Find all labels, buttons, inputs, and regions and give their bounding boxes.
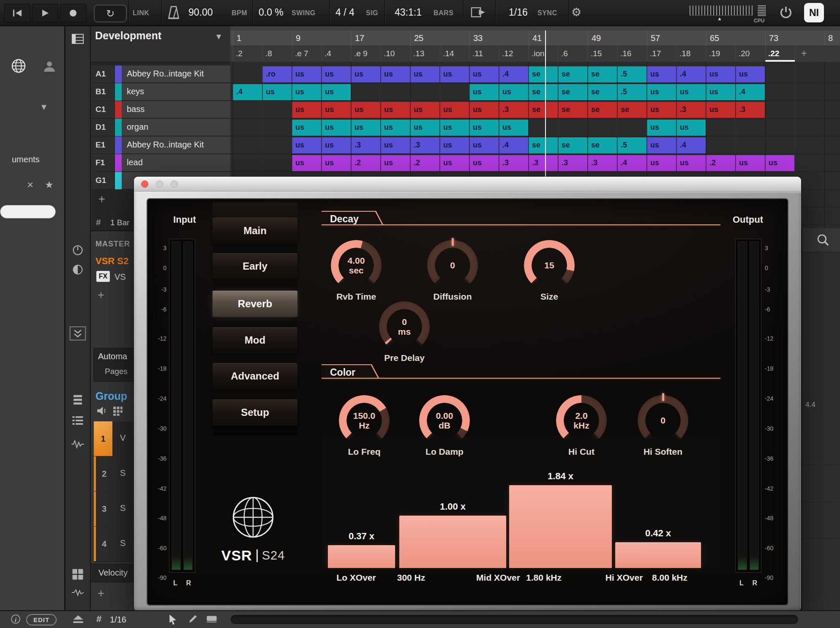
pattern-clip[interactable]: .3	[736, 102, 765, 118]
pattern-clip[interactable]: .3	[529, 155, 558, 171]
list-view-icon[interactable]	[71, 415, 84, 426]
close-window-icon[interactable]	[141, 180, 148, 188]
ruler-bar-number[interactable]: 33	[469, 30, 528, 46]
ruler-bar-number[interactable]: 41	[529, 30, 587, 46]
pattern-clip[interactable]: .3	[410, 137, 439, 153]
pattern-clip[interactable]: .4	[736, 84, 765, 100]
sound-slot-name[interactable]: S	[120, 468, 125, 478]
horizontal-scrollbar[interactable]	[230, 614, 799, 625]
pattern-clip[interactable]: us	[440, 66, 469, 82]
pattern-clip[interactable]: us	[647, 66, 676, 82]
pattern-clip[interactable]: us	[647, 84, 676, 100]
pan-half-icon[interactable]	[72, 264, 84, 276]
settings-gear-icon[interactable]: ⚙	[571, 5, 581, 19]
arranger-view-icon[interactable]	[71, 34, 84, 44]
ruler-bar-number[interactable]: 49	[588, 30, 646, 46]
pattern-clip[interactable]: us	[292, 102, 321, 118]
pattern-clip[interactable]: us	[292, 66, 321, 82]
pattern-clip[interactable]: us	[322, 120, 351, 136]
sync-value[interactable]: 1/16	[509, 7, 528, 18]
pattern-clip[interactable]: us	[469, 137, 499, 153]
pattern-clip[interactable]: us	[469, 102, 499, 118]
sound-slot-name[interactable]: S	[120, 503, 125, 513]
pattern-clip[interactable]: .2	[410, 155, 439, 171]
browser-dropdown-icon[interactable]: ▼	[40, 102, 48, 112]
pattern-clip[interactable]: se	[558, 102, 587, 118]
swing-value[interactable]: 0.0 %	[259, 7, 284, 18]
hi-mid-band-bar[interactable]: 1.84 x	[509, 485, 612, 568]
ruler-pattern-cell[interactable]: .8	[262, 46, 292, 62]
add-sound-button[interactable]: +	[98, 587, 104, 600]
pattern-clip[interactable]: .3	[499, 155, 528, 171]
pattern-clip[interactable]: .2	[351, 155, 380, 171]
plugin-tab-setup[interactable]: Setup	[213, 399, 297, 426]
pattern-clip[interactable]: us	[381, 120, 410, 136]
pattern-clip[interactable]: us	[292, 137, 321, 153]
rewind-button[interactable]	[4, 4, 30, 22]
ruler-pattern-cell[interactable]: .19	[706, 46, 736, 62]
rvb-time-knob[interactable]: 4.00 sec	[331, 240, 382, 291]
pattern-clip[interactable]: us	[322, 102, 351, 118]
master-label[interactable]: MASTER	[95, 240, 130, 248]
add-plugin-button[interactable]: +	[98, 289, 104, 302]
pattern-clip[interactable]: se	[529, 102, 558, 118]
ruler-pattern-cell[interactable]: .4	[322, 46, 351, 62]
minimize-window-icon[interactable]	[156, 180, 163, 188]
pattern-clip[interactable]: us	[410, 102, 439, 118]
bpm-value[interactable]: 90.00	[188, 7, 213, 18]
master-volume-slider[interactable]	[690, 5, 753, 16]
zoom-tool-box[interactable]	[802, 228, 840, 252]
track-id-badge[interactable]: E1	[90, 137, 115, 154]
track-name[interactable]: lead	[122, 154, 230, 172]
add-scene-button[interactable]: +	[98, 193, 105, 205]
pattern-clip[interactable]: us	[736, 66, 765, 82]
pattern-clip[interactable]: se	[617, 102, 646, 118]
audio-icon[interactable]	[71, 588, 84, 597]
ruler-bar-number[interactable]: 1	[233, 30, 292, 46]
magnifier-icon[interactable]	[816, 233, 830, 247]
pattern-clip[interactable]: us	[736, 155, 765, 171]
track-name[interactable]: organ	[122, 119, 230, 136]
sound-slot-number[interactable]: 2	[94, 456, 112, 491]
ruler-pattern-cell[interactable]: .e 9	[351, 46, 381, 62]
ruler-pattern-cell[interactable]: .12	[499, 46, 529, 62]
track-id-badge[interactable]: G1	[90, 172, 115, 189]
pattern-clip[interactable]: us	[381, 66, 410, 82]
plugin-tab-mod[interactable]: Mod	[213, 327, 297, 353]
pencil-tool-icon[interactable]	[188, 614, 198, 624]
pattern-clip[interactable]: us	[647, 120, 676, 136]
pattern-clip[interactable]: us	[706, 84, 735, 100]
pattern-clip[interactable]: us	[351, 102, 380, 118]
ruler-pattern-cell[interactable]: .20	[736, 46, 765, 62]
pattern-clip[interactable]: se	[588, 137, 617, 153]
pattern-clip[interactable]: .5	[617, 137, 646, 153]
link-toggle[interactable]: LINK	[133, 9, 149, 17]
pattern-length-value[interactable]: 1 Bar	[110, 218, 129, 227]
sound-slot-name[interactable]: S	[120, 538, 125, 548]
play-button[interactable]	[32, 4, 58, 22]
pattern-clip[interactable]: us	[322, 155, 351, 171]
pattern-clip[interactable]: se	[558, 66, 587, 82]
pattern-clip[interactable]: .4	[499, 66, 528, 82]
pattern-clip[interactable]: us	[322, 66, 351, 82]
loop-button[interactable]: ↻	[94, 5, 127, 22]
sound-slot-name[interactable]: V	[120, 433, 125, 443]
ruler-pattern-cell[interactable]: .ion	[529, 46, 558, 62]
ruler-bar-number[interactable]: 8	[824, 30, 840, 46]
pattern-clip[interactable]: us	[440, 155, 469, 171]
pattern-clip[interactable]: .4	[233, 84, 262, 100]
instruments-tab[interactable]: uments	[12, 155, 40, 164]
pattern-clip[interactable]: us	[292, 155, 321, 171]
metronome-icon[interactable]	[167, 6, 180, 19]
pattern-clip[interactable]: us	[410, 66, 439, 82]
ruler-bar-number[interactable]: 57	[647, 30, 706, 46]
track-name[interactable]: keys	[122, 83, 230, 101]
ruler-bar-number[interactable]: 73	[765, 30, 824, 46]
scene-dropdown-icon[interactable]: ▼	[215, 32, 223, 41]
pattern-clip[interactable]: us	[499, 120, 528, 136]
pattern-clip[interactable]: us	[765, 155, 794, 171]
pattern-clip[interactable]: se	[558, 84, 587, 100]
playhead[interactable]	[545, 30, 546, 177]
track-id-badge[interactable]: A1	[90, 66, 115, 83]
track-id-badge[interactable]: F1	[90, 154, 115, 172]
